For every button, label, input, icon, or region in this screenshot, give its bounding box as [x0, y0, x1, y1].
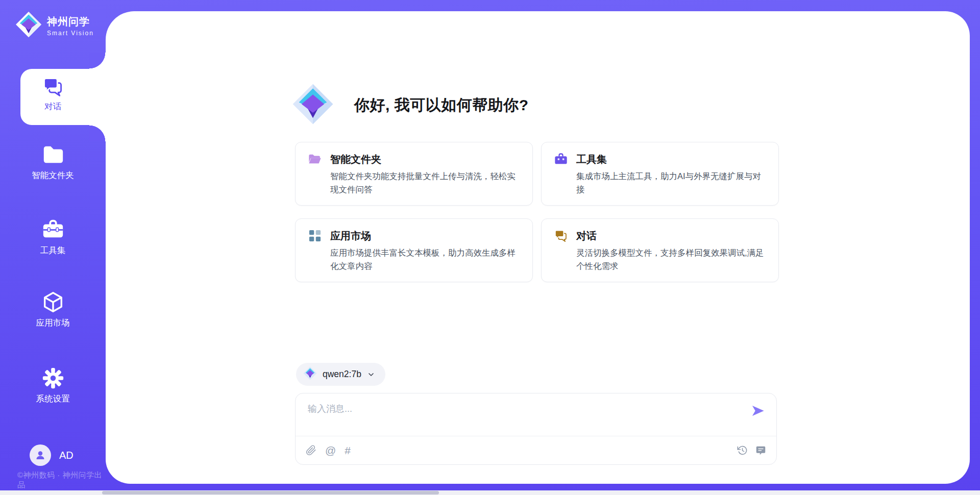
greeting-logo-icon	[292, 83, 334, 127]
brand: 神州问学 Smart Vision	[15, 11, 94, 40]
folder-open-icon	[308, 152, 322, 166]
card-title: 智能文件夹	[330, 152, 520, 166]
sidebar-item-settings[interactable]: 系统设置	[0, 366, 106, 405]
feature-cards: 智能文件夹 智能文件夹功能支持批量文件上传与清洗，轻松实现文件问答 工具集 集成…	[295, 142, 779, 282]
apps-grid-icon	[308, 229, 322, 243]
card-chat[interactable]: 对话 灵活切换多模型文件，支持多样回复效果调试,满足个性化需求	[541, 218, 779, 282]
card-app-market[interactable]: 应用市场 应用市场提供丰富长文本模板，助力高效生成多样化文章内容	[295, 218, 533, 282]
message-composer: @ #	[295, 393, 777, 465]
sidebar-item-label: 智能文件夹	[32, 170, 74, 181]
at-sign-icon[interactable]: @	[325, 445, 336, 456]
card-title: 对话	[576, 229, 766, 243]
folder-icon	[41, 143, 65, 166]
chevron-down-icon	[367, 370, 375, 379]
brand-name: 神州问学	[47, 15, 94, 29]
diamond-logo-icon	[303, 366, 317, 382]
hash-icon[interactable]: #	[345, 445, 351, 456]
cube-icon	[41, 290, 65, 314]
diamond-logo-icon	[15, 11, 42, 40]
sidebar-item-toolset[interactable]: 工具集	[0, 218, 106, 256]
history-icon[interactable]	[737, 445, 748, 456]
user-account[interactable]: AD	[30, 444, 74, 466]
card-description: 集成市场上主流工具，助力AI与外界无缝扩展与对接	[576, 170, 766, 196]
chat-bubbles-icon	[554, 229, 568, 243]
app-root: 神州问学 Smart Vision 对话 智能文件夹	[0, 0, 980, 495]
sidebar-item-smart-folder[interactable]: 智能文件夹	[0, 143, 106, 181]
model-selector[interactable]: qwen2:7b	[296, 363, 385, 386]
sidebar-item-chat[interactable]: 对话	[0, 75, 106, 112]
avatar	[30, 444, 51, 466]
card-title: 应用市场	[330, 229, 520, 243]
card-description: 智能文件夹功能支持批量文件上传与清洗，轻松实现文件问答	[330, 170, 520, 196]
card-description: 应用市场提供丰富长文本模板，助力高效生成多样化文章内容	[330, 246, 520, 273]
sidebar-item-label: 系统设置	[36, 393, 70, 405]
composer-toolbar: @ #	[296, 436, 776, 464]
person-icon	[34, 449, 46, 461]
card-title: 工具集	[576, 152, 766, 166]
scrollbar-thumb[interactable]	[102, 491, 439, 494]
comment-icon[interactable]	[755, 445, 766, 456]
card-toolset[interactable]: 工具集 集成市场上主流工具，助力AI与外界无缝扩展与对接	[541, 142, 779, 206]
message-input[interactable]	[308, 403, 737, 432]
toolbox-icon	[41, 218, 65, 241]
sidebar: 神州问学 Smart Vision 对话 智能文件夹	[0, 0, 106, 495]
brand-subtitle: Smart Vision	[47, 30, 94, 37]
card-smart-folder[interactable]: 智能文件夹 智能文件夹功能支持批量文件上传与清洗，轻松实现文件问答	[295, 142, 533, 206]
copyright-footer: ©神州数码 · 神州问学出品	[17, 471, 106, 490]
sidebar-item-label: 对话	[44, 101, 61, 112]
model-name: qwen2:7b	[323, 369, 361, 380]
toolbox-icon	[554, 152, 568, 166]
user-initials: AD	[59, 450, 74, 461]
gear-icon	[41, 366, 65, 390]
sidebar-item-label: 应用市场	[36, 317, 70, 329]
greeting-text: 你好, 我可以如何帮助你?	[354, 95, 529, 116]
horizontal-scrollbar	[0, 490, 980, 495]
paperclip-icon[interactable]	[306, 445, 316, 456]
card-description: 灵活切换多模型文件，支持多样回复效果调试,满足个性化需求	[576, 246, 766, 273]
chat-bubbles-icon	[41, 75, 65, 98]
sidebar-item-app-market[interactable]: 应用市场	[0, 290, 106, 329]
greeting: 你好, 我可以如何帮助你?	[292, 83, 529, 127]
sidebar-item-label: 工具集	[40, 245, 66, 256]
send-plane-icon[interactable]	[751, 404, 765, 418]
